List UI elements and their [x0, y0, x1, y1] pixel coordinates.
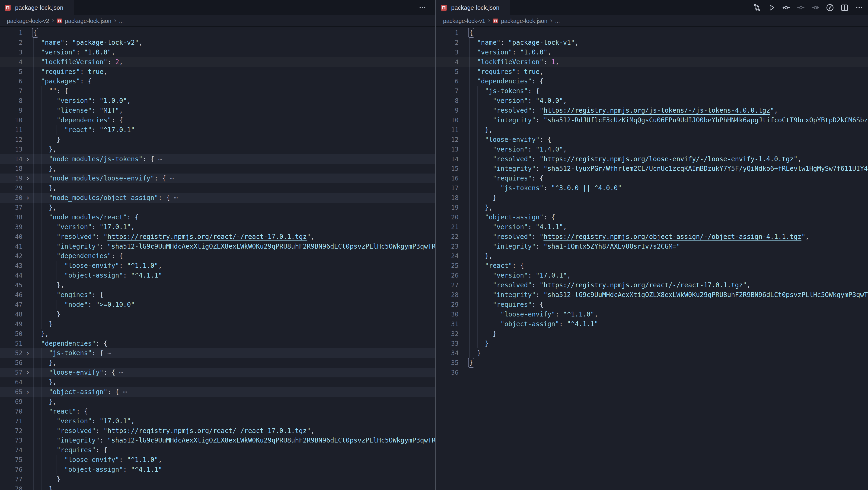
line-number[interactable]: 52 [0, 348, 23, 358]
line-number[interactable]: 37 [0, 203, 23, 213]
code-line[interactable]: 65› "object-assign": { ⋯ [0, 387, 435, 397]
line-number[interactable]: 25 [436, 261, 459, 271]
line-number[interactable]: 21 [436, 222, 459, 232]
line-number[interactable]: 18 [436, 193, 459, 203]
code-line[interactable]: 22 "resolved": "https://registry.npmjs.o… [436, 232, 868, 242]
file-history-icon[interactable] [825, 3, 835, 12]
code-line[interactable]: 1{ [436, 28, 868, 38]
code-line[interactable]: 18 } [436, 193, 868, 203]
line-number[interactable]: 33 [436, 339, 459, 349]
split-editor-icon[interactable] [840, 3, 849, 12]
line-number[interactable]: 35 [436, 358, 459, 368]
line-number[interactable]: 47 [0, 300, 23, 309]
code-line[interactable]: 11 }, [436, 125, 868, 135]
line-number[interactable]: 30 [0, 193, 23, 203]
run-icon[interactable] [767, 3, 776, 12]
code-line[interactable]: 6 "packages": { [0, 76, 435, 86]
line-number[interactable]: 2 [0, 38, 23, 47]
line-number[interactable]: 31 [436, 319, 459, 329]
breadcrumb-file[interactable]: package-lock.json [65, 18, 111, 24]
line-number[interactable]: 11 [436, 125, 459, 135]
line-number[interactable]: 34 [436, 348, 459, 358]
code-line[interactable]: 73 "integrity": "sha512-lG9c9UuMHdcAexXt… [0, 435, 435, 445]
line-number[interactable]: 77 [0, 475, 23, 484]
code-line[interactable]: 26 "version": "17.0.1", [436, 271, 868, 280]
line-number[interactable]: 29 [0, 183, 23, 193]
line-number[interactable]: 8 [436, 96, 459, 106]
line-number[interactable]: 51 [0, 339, 23, 349]
code-line[interactable]: 12 "loose-envify": { [436, 135, 868, 144]
code-line[interactable]: 41 "integrity": "sha512-lG9c9UuMHdcAexXt… [0, 242, 435, 251]
line-number[interactable]: 75 [0, 455, 23, 465]
code-line[interactable]: 32 } [436, 329, 868, 339]
line-number[interactable]: 3 [0, 47, 23, 57]
line-number[interactable]: 40 [0, 232, 23, 242]
code-line[interactable]: 40 "resolved": "https://registry.npmjs.o… [0, 232, 435, 242]
code-line[interactable]: 31 "object-assign": "^4.1.1" [436, 319, 868, 329]
code-line[interactable]: 48 } [0, 309, 435, 319]
line-number[interactable]: 44 [0, 271, 23, 280]
code-line[interactable]: 46 "engines": { [0, 290, 435, 300]
line-number[interactable]: 19 [0, 173, 23, 183]
line-number[interactable]: 26 [436, 271, 459, 280]
line-number[interactable]: 32 [436, 329, 459, 339]
code-line[interactable]: 11 "react": "^17.0.1" [0, 125, 435, 135]
line-number[interactable]: 48 [0, 309, 23, 319]
editor-group-divider[interactable] [435, 0, 436, 490]
line-number[interactable]: 43 [0, 261, 23, 271]
code-line[interactable]: 7 "js-tokens": { [436, 86, 868, 96]
code-line[interactable]: 51 "dependencies": { [0, 339, 435, 349]
line-number[interactable]: 71 [0, 416, 23, 426]
code-line[interactable]: 19 }, [436, 203, 868, 213]
previous-change-icon[interactable] [781, 3, 791, 12]
code-line[interactable]: 37 }, [0, 203, 435, 213]
line-number[interactable]: 28 [436, 290, 459, 300]
code-line[interactable]: 56 }, [0, 358, 435, 368]
fold-chevron-icon[interactable]: › [23, 348, 33, 358]
fold-chevron-icon[interactable]: › [23, 173, 33, 183]
line-number[interactable]: 27 [436, 280, 459, 290]
line-number[interactable]: 39 [0, 222, 23, 232]
line-number[interactable]: 7 [436, 86, 459, 96]
code-line[interactable]: 28 "integrity": "sha512-lG9c9UuMHdcAexXt… [436, 290, 868, 300]
line-number[interactable]: 74 [0, 445, 23, 455]
code-line[interactable]: 75 "loose-envify": "^1.1.0", [0, 455, 435, 465]
code-line[interactable]: 50 }, [0, 329, 435, 339]
line-number[interactable]: 1 [436, 28, 459, 38]
code-line[interactable]: 52› "js-tokens": { ⋯ [0, 348, 435, 358]
line-number[interactable]: 70 [0, 406, 23, 416]
registry-url-link[interactable]: https://registry.npmjs.org/react/-/react… [107, 233, 307, 240]
code-line[interactable]: 14› "node_modules/js-tokens": { ⋯ [0, 154, 435, 164]
breadcrumb-symbol[interactable]: ... [119, 18, 124, 24]
line-number[interactable]: 6 [436, 76, 459, 86]
registry-url-link[interactable]: https://registry.npmjs.org/react/-/react… [544, 281, 743, 289]
line-number[interactable]: 46 [0, 290, 23, 300]
line-number[interactable]: 9 [0, 106, 23, 116]
line-number[interactable]: 2 [436, 38, 459, 47]
code-editor-left[interactable]: 1{2 "name": "package-lock-v2",3 "version… [0, 28, 435, 490]
code-line[interactable]: 8 "version": "1.0.0", [0, 96, 435, 106]
fold-chevron-icon[interactable]: › [23, 368, 33, 378]
code-line[interactable]: 33 } [436, 339, 868, 349]
code-line[interactable]: 10 "integrity": "sha512-RdJUflcE3cUzKiMq… [436, 116, 868, 125]
breadcrumb-symbol[interactable]: ... [555, 18, 560, 24]
line-number[interactable]: 7 [0, 86, 23, 96]
code-line[interactable]: 34 } [436, 348, 868, 358]
line-number[interactable]: 6 [0, 76, 23, 86]
code-line[interactable]: 70 "react": { [0, 406, 435, 416]
code-line[interactable]: 19› "node_modules/loose-envify": { ⋯ [0, 173, 435, 183]
code-line[interactable]: 13 }, [0, 144, 435, 154]
line-number[interactable]: 9 [436, 106, 459, 116]
code-line[interactable]: 4 "lockfileVersion": 2, [0, 57, 435, 67]
code-line[interactable]: 10 "dependencies": { [0, 116, 435, 125]
code-line[interactable]: 42 "dependencies": { [0, 251, 435, 261]
fold-chevron-icon[interactable]: › [23, 193, 33, 203]
line-number[interactable]: 24 [436, 251, 459, 261]
code-line[interactable]: 17 "js-tokens": "^3.0.0 || ^4.0.0" [436, 183, 868, 193]
code-line[interactable]: 38 "node_modules/react": { [0, 213, 435, 222]
line-number[interactable]: 5 [436, 67, 459, 77]
line-number[interactable]: 4 [436, 57, 459, 67]
code-line[interactable]: 77 } [0, 475, 435, 484]
line-number[interactable]: 10 [0, 116, 23, 125]
code-line[interactable]: 57› "loose-envify": { ⋯ [0, 368, 435, 378]
